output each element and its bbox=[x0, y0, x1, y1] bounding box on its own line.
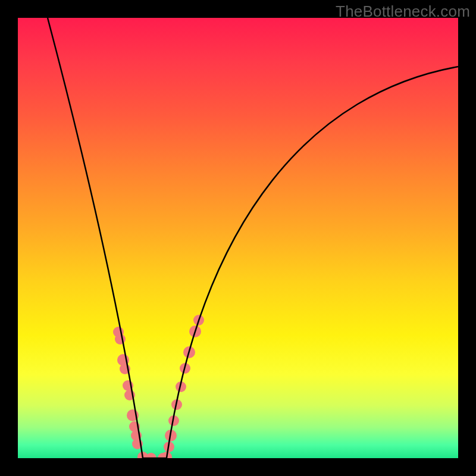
plot-area bbox=[18, 18, 458, 458]
scatter-beads bbox=[113, 315, 204, 458]
chart-frame: TheBottleneck.com bbox=[0, 0, 476, 476]
bottleneck-curve bbox=[48, 18, 458, 458]
scatter-bead bbox=[146, 453, 156, 458]
scatter-bead bbox=[115, 334, 126, 345]
curve-layer bbox=[18, 18, 458, 458]
